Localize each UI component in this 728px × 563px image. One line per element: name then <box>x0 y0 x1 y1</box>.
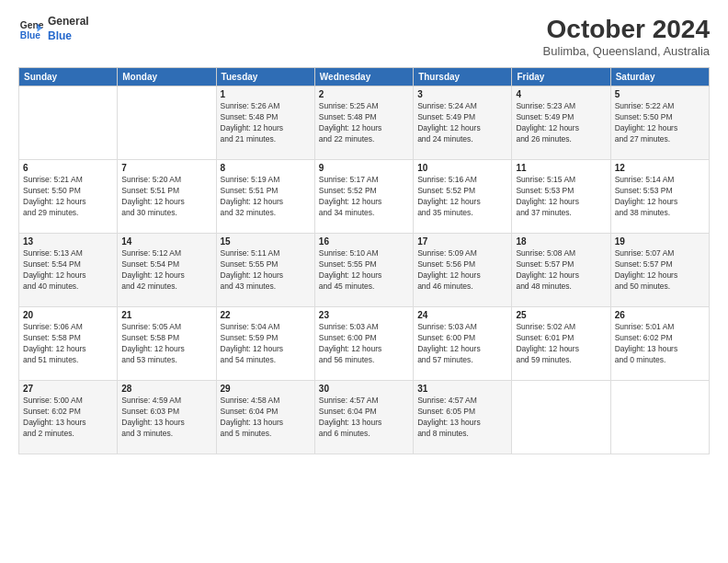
day-header-saturday: Saturday <box>610 68 709 86</box>
day-header-friday: Friday <box>512 68 610 86</box>
day-info: Sunrise: 5:00 AM Sunset: 6:02 PM Dayligh… <box>23 396 113 440</box>
day-number: 18 <box>516 236 606 247</box>
day-number: 7 <box>121 163 211 173</box>
calendar-cell: 10Sunrise: 5:16 AM Sunset: 5:52 PM Dayli… <box>414 160 512 234</box>
calendar-cell: 16Sunrise: 5:10 AM Sunset: 5:55 PM Dayli… <box>314 234 413 307</box>
day-info: Sunrise: 5:10 AM Sunset: 5:55 PM Dayligh… <box>319 248 409 293</box>
day-info: Sunrise: 4:58 AM Sunset: 6:04 PM Dayligh… <box>221 396 311 440</box>
svg-text:Blue: Blue <box>20 30 41 40</box>
logo-icon: General Blue <box>18 17 44 42</box>
day-number: 29 <box>221 384 311 394</box>
day-number: 4 <box>516 89 606 99</box>
day-info: Sunrise: 5:05 AM Sunset: 5:58 PM Dayligh… <box>121 322 211 366</box>
day-number: 3 <box>417 89 507 99</box>
calendar-cell: 31Sunrise: 4:57 AM Sunset: 6:05 PM Dayli… <box>414 381 512 454</box>
calendar-cell: 15Sunrise: 5:11 AM Sunset: 5:55 PM Dayli… <box>216 234 314 307</box>
day-header-tuesday: Tuesday <box>216 68 314 86</box>
day-number: 12 <box>615 163 705 173</box>
calendar-cell: 8Sunrise: 5:19 AM Sunset: 5:51 PM Daylig… <box>216 160 314 234</box>
header: General Blue GeneralBlue October 2024 Bu… <box>18 15 710 58</box>
day-info: Sunrise: 5:17 AM Sunset: 5:52 PM Dayligh… <box>319 175 409 219</box>
day-number: 25 <box>516 310 606 320</box>
day-info: Sunrise: 5:08 AM Sunset: 5:57 PM Dayligh… <box>516 248 606 293</box>
day-header-monday: Monday <box>118 68 216 86</box>
day-info: Sunrise: 4:57 AM Sunset: 6:05 PM Dayligh… <box>417 396 507 440</box>
calendar-cell: 12Sunrise: 5:14 AM Sunset: 5:53 PM Dayli… <box>610 160 709 234</box>
day-info: Sunrise: 5:12 AM Sunset: 5:54 PM Dayligh… <box>121 248 211 293</box>
day-number: 19 <box>615 236 705 247</box>
day-number: 30 <box>319 384 409 394</box>
day-number: 24 <box>417 310 507 320</box>
calendar-cell: 25Sunrise: 5:02 AM Sunset: 6:01 PM Dayli… <box>512 307 610 381</box>
day-info: Sunrise: 4:59 AM Sunset: 6:03 PM Dayligh… <box>121 396 211 440</box>
day-info: Sunrise: 5:21 AM Sunset: 5:50 PM Dayligh… <box>23 175 113 219</box>
calendar-cell: 2Sunrise: 5:25 AM Sunset: 5:48 PM Daylig… <box>314 86 413 160</box>
day-info: Sunrise: 5:24 AM Sunset: 5:49 PM Dayligh… <box>417 101 507 145</box>
calendar-table: SundayMondayTuesdayWednesdayThursdayFrid… <box>18 67 710 454</box>
calendar-cell: 22Sunrise: 5:04 AM Sunset: 5:59 PM Dayli… <box>216 307 314 381</box>
calendar-cell: 17Sunrise: 5:09 AM Sunset: 5:56 PM Dayli… <box>414 234 512 307</box>
logo: General Blue GeneralBlue <box>18 15 89 43</box>
day-info: Sunrise: 5:03 AM Sunset: 6:00 PM Dayligh… <box>417 322 507 366</box>
calendar-cell: 20Sunrise: 5:06 AM Sunset: 5:58 PM Dayli… <box>19 307 118 381</box>
day-info: Sunrise: 5:22 AM Sunset: 5:50 PM Dayligh… <box>615 101 705 145</box>
calendar-cell: 11Sunrise: 5:15 AM Sunset: 5:53 PM Dayli… <box>512 160 610 234</box>
calendar-week-row: 13Sunrise: 5:13 AM Sunset: 5:54 PM Dayli… <box>19 234 710 307</box>
calendar-cell: 4Sunrise: 5:23 AM Sunset: 5:49 PM Daylig… <box>512 86 610 160</box>
day-info: Sunrise: 5:16 AM Sunset: 5:52 PM Dayligh… <box>417 175 507 219</box>
day-number: 6 <box>23 163 113 173</box>
calendar-cell <box>610 381 709 454</box>
day-number: 9 <box>319 163 409 173</box>
day-info: Sunrise: 4:57 AM Sunset: 6:04 PM Dayligh… <box>319 396 409 440</box>
calendar-cell <box>512 381 610 454</box>
day-info: Sunrise: 5:23 AM Sunset: 5:49 PM Dayligh… <box>516 101 606 145</box>
calendar-cell: 27Sunrise: 5:00 AM Sunset: 6:02 PM Dayli… <box>19 381 118 454</box>
day-number: 16 <box>319 236 409 247</box>
calendar-cell: 5Sunrise: 5:22 AM Sunset: 5:50 PM Daylig… <box>610 86 709 160</box>
day-info: Sunrise: 5:13 AM Sunset: 5:54 PM Dayligh… <box>23 248 113 293</box>
calendar-cell: 30Sunrise: 4:57 AM Sunset: 6:04 PM Dayli… <box>314 381 413 454</box>
calendar-cell <box>19 86 118 160</box>
day-info: Sunrise: 5:01 AM Sunset: 6:02 PM Dayligh… <box>615 322 705 366</box>
day-number: 11 <box>516 163 606 173</box>
day-info: Sunrise: 5:15 AM Sunset: 5:53 PM Dayligh… <box>516 175 606 219</box>
day-number: 28 <box>121 384 211 394</box>
day-info: Sunrise: 5:14 AM Sunset: 5:53 PM Dayligh… <box>615 175 705 219</box>
calendar-cell: 28Sunrise: 4:59 AM Sunset: 6:03 PM Dayli… <box>118 381 216 454</box>
day-header-sunday: Sunday <box>19 68 118 86</box>
calendar-cell: 7Sunrise: 5:20 AM Sunset: 5:51 PM Daylig… <box>118 160 216 234</box>
day-number: 22 <box>221 310 311 320</box>
day-number: 1 <box>221 89 311 99</box>
day-number: 17 <box>417 236 507 247</box>
calendar-cell: 19Sunrise: 5:07 AM Sunset: 5:57 PM Dayli… <box>610 234 709 307</box>
day-number: 21 <box>121 310 211 320</box>
calendar-cell: 18Sunrise: 5:08 AM Sunset: 5:57 PM Dayli… <box>512 234 610 307</box>
calendar-header-row: SundayMondayTuesdayWednesdayThursdayFrid… <box>19 68 710 86</box>
day-number: 5 <box>615 89 705 99</box>
calendar-week-row: 6Sunrise: 5:21 AM Sunset: 5:50 PM Daylig… <box>19 160 710 234</box>
calendar-cell: 23Sunrise: 5:03 AM Sunset: 6:00 PM Dayli… <box>314 307 413 381</box>
calendar-week-row: 20Sunrise: 5:06 AM Sunset: 5:58 PM Dayli… <box>19 307 710 381</box>
day-info: Sunrise: 5:26 AM Sunset: 5:48 PM Dayligh… <box>221 101 311 145</box>
day-number: 15 <box>221 236 311 247</box>
calendar-cell: 6Sunrise: 5:21 AM Sunset: 5:50 PM Daylig… <box>19 160 118 234</box>
logo-text: GeneralBlue <box>48 15 89 43</box>
location-subtitle: Bulimba, Queensland, Australia <box>543 44 710 58</box>
calendar-cell: 14Sunrise: 5:12 AM Sunset: 5:54 PM Dayli… <box>118 234 216 307</box>
day-number: 20 <box>23 310 113 320</box>
day-info: Sunrise: 5:19 AM Sunset: 5:51 PM Dayligh… <box>221 175 311 219</box>
calendar-container: General Blue GeneralBlue October 2024 Bu… <box>0 0 728 563</box>
day-number: 2 <box>319 89 409 99</box>
calendar-cell: 3Sunrise: 5:24 AM Sunset: 5:49 PM Daylig… <box>414 86 512 160</box>
calendar-cell: 13Sunrise: 5:13 AM Sunset: 5:54 PM Dayli… <box>19 234 118 307</box>
calendar-week-row: 1Sunrise: 5:26 AM Sunset: 5:48 PM Daylig… <box>19 86 710 160</box>
day-info: Sunrise: 5:06 AM Sunset: 5:58 PM Dayligh… <box>23 322 113 366</box>
day-header-thursday: Thursday <box>414 68 512 86</box>
day-header-wednesday: Wednesday <box>314 68 413 86</box>
month-title: October 2024 <box>543 15 710 44</box>
calendar-cell: 1Sunrise: 5:26 AM Sunset: 5:48 PM Daylig… <box>216 86 314 160</box>
calendar-cell: 24Sunrise: 5:03 AM Sunset: 6:00 PM Dayli… <box>414 307 512 381</box>
day-number: 31 <box>417 384 507 394</box>
day-info: Sunrise: 5:07 AM Sunset: 5:57 PM Dayligh… <box>615 248 705 293</box>
day-number: 10 <box>417 163 507 173</box>
